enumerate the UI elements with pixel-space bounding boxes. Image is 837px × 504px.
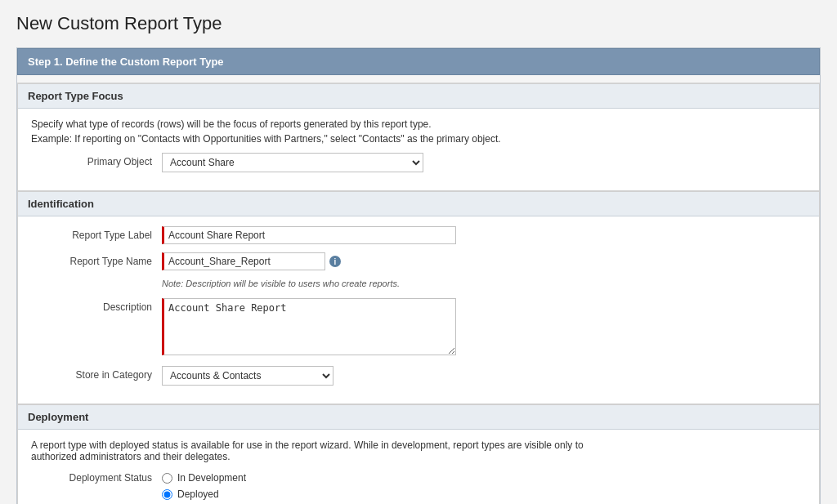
deployment-header: Deployment: [18, 405, 819, 430]
deployed-radio[interactable]: [162, 489, 172, 500]
page-title: New Custom Report Type: [16, 13, 821, 34]
in-development-option[interactable]: In Development: [162, 472, 246, 484]
deployment-description: A report type with deployed status is av…: [31, 439, 603, 462]
in-development-label: In Development: [177, 472, 246, 484]
focus-desc2: Example: If reporting on "Contacts with …: [31, 133, 806, 145]
deployed-label: Deployed: [177, 488, 219, 500]
deployment-radio-group: In Development Deployed: [162, 472, 246, 500]
report-type-focus-section: Report Type Focus Specify what type of r…: [17, 83, 820, 191]
primary-object-label: Primary Object: [31, 153, 162, 167]
report-type-label-label: Report Type Label: [31, 226, 162, 241]
report-type-focus-header: Report Type Focus: [18, 84, 819, 109]
deployment-status-label: Deployment Status: [31, 472, 162, 484]
description-textarea[interactable]: Account Share Report: [162, 298, 456, 355]
report-type-name-input[interactable]: [162, 252, 325, 270]
primary-object-select[interactable]: Account Share Accounts Contacts Opportun…: [162, 153, 423, 172]
step-header: Step 1. Define the Custom Report Type: [17, 48, 820, 75]
identification-header: Identification: [18, 192, 819, 216]
description-note: Note: Description will be visible to use…: [162, 279, 456, 288]
category-select[interactable]: Accounts & Contacts Activities Administr…: [162, 366, 333, 386]
description-label: Description: [31, 298, 162, 313]
deployed-option[interactable]: Deployed: [162, 488, 246, 500]
deployment-section: Deployment A report type with deployed s…: [17, 404, 820, 504]
focus-desc1: Specify what type of records (rows) will…: [31, 118, 806, 130]
in-development-radio[interactable]: [162, 473, 172, 484]
info-icon[interactable]: i: [329, 256, 341, 267]
store-in-category-label: Store in Category: [31, 366, 162, 381]
report-type-name-label: Report Type Name: [31, 252, 162, 267]
report-type-label-input[interactable]: [162, 226, 456, 244]
identification-section: Identification Report Type Label Report …: [17, 191, 820, 404]
